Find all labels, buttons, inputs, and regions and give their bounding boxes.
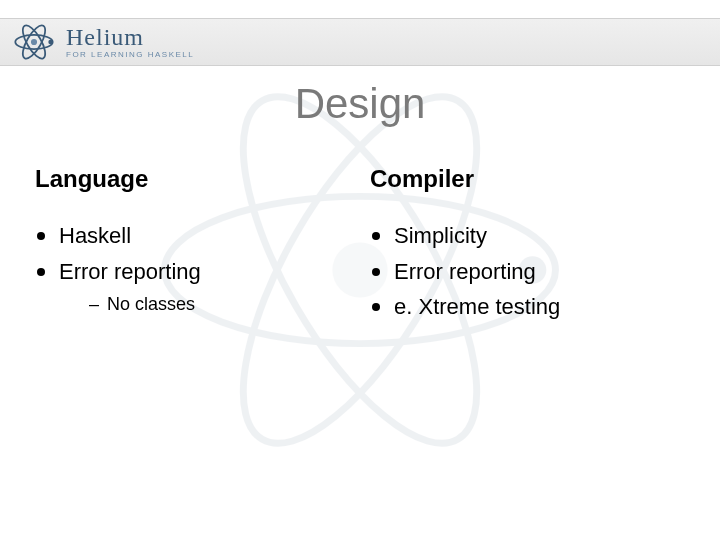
list-item: Error reporting [370,257,685,287]
list-item: Error reporting No classes [35,257,350,318]
list-item: Haskell [35,221,350,251]
column-left-heading: Language [35,165,350,193]
list-item: Simplicity [370,221,685,251]
bullet-text: Haskell [59,223,131,248]
slide-title: Design [0,80,720,128]
left-bullet-list: Haskell Error reporting No classes [35,221,350,318]
logo-name: Helium [66,25,194,49]
svg-point-9 [48,40,52,44]
sub-bullet-text: No classes [107,294,195,314]
header-bar: Helium FOR LEARNING HASKELL [0,18,720,66]
content-columns: Language Haskell Error reporting No clas… [35,165,685,328]
column-right: Compiler Simplicity Error reporting e. X… [350,165,685,328]
logo: Helium FOR LEARNING HASKELL [12,20,194,64]
atom-logo-icon [12,20,56,64]
bullet-text: Error reporting [59,259,201,284]
bullet-text: Error reporting [394,259,536,284]
list-item: e. Xtreme testing [370,292,685,322]
column-left: Language Haskell Error reporting No clas… [35,165,350,328]
svg-point-8 [31,39,37,45]
right-bullet-list: Simplicity Error reporting e. Xtreme tes… [370,221,685,322]
slide: Helium FOR LEARNING HASKELL Design Langu… [0,0,720,540]
sub-list-item: No classes [89,292,350,317]
sub-list: No classes [89,292,350,317]
logo-tagline: FOR LEARNING HASKELL [66,51,194,59]
bullet-text: Simplicity [394,223,487,248]
bullet-text: e. Xtreme testing [394,294,560,319]
logo-text: Helium FOR LEARNING HASKELL [66,25,194,59]
column-right-heading: Compiler [370,165,685,193]
